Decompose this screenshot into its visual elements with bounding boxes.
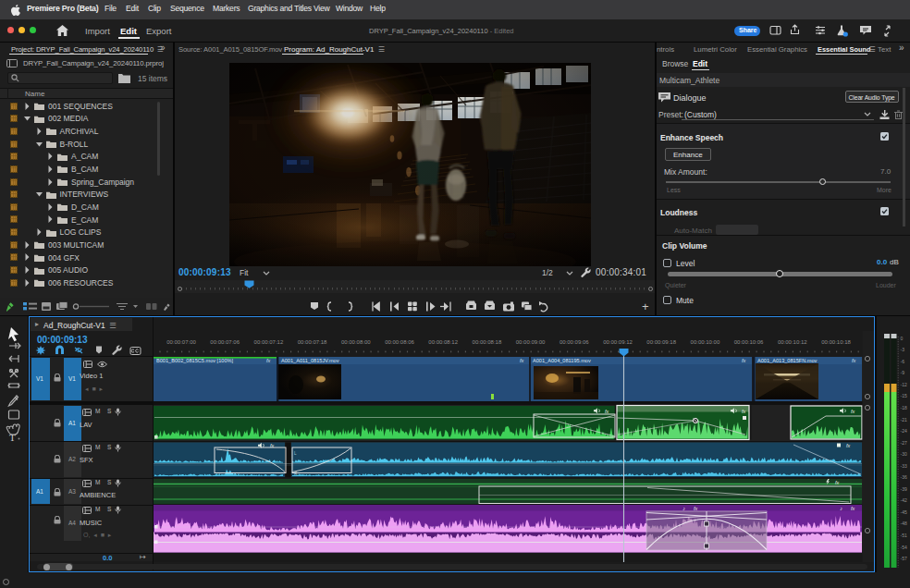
svg-text:00:00:10:12: 00:00:10:12 bbox=[778, 339, 807, 345]
svg-text:fx: fx bbox=[852, 358, 856, 363]
svg-text:fx: fx bbox=[851, 506, 855, 511]
svg-text:00:00:08:06: 00:00:08:06 bbox=[385, 339, 414, 345]
svg-text:-51: -51 bbox=[901, 533, 907, 538]
svg-text:A001_A004_081195.mov: A001_A004_081195.mov bbox=[533, 358, 591, 363]
svg-text:00:00:10:18: 00:00:10:18 bbox=[821, 339, 851, 345]
svg-text:fx: fx bbox=[846, 443, 850, 448]
svg-text:-24: -24 bbox=[901, 428, 907, 434]
svg-text:-36: -36 bbox=[901, 474, 907, 480]
svg-text:00:00:10:00: 00:00:10:00 bbox=[691, 339, 720, 345]
svg-text:-27: -27 bbox=[901, 440, 907, 446]
svg-text:-48: -48 bbox=[901, 521, 907, 526]
svg-text:-18: -18 bbox=[901, 405, 907, 410]
svg-text:-3: -3 bbox=[901, 347, 905, 352]
svg-text:-15: -15 bbox=[901, 393, 907, 398]
svg-text:-54: -54 bbox=[901, 545, 907, 550]
svg-text:A001_A013_0815FN.mov: A001_A013_0815FN.mov bbox=[757, 358, 818, 363]
svg-text:00:00:07:18: 00:00:07:18 bbox=[298, 339, 327, 345]
svg-text:00:00:07:12: 00:00:07:12 bbox=[254, 339, 284, 345]
svg-text:A001_A011_0815JV.mov: A001_A011_0815JV.mov bbox=[281, 358, 339, 363]
svg-text:-45: -45 bbox=[901, 509, 907, 515]
svg-text:0: 0 bbox=[901, 336, 904, 341]
svg-text:T: T bbox=[9, 432, 16, 442]
svg-text:fx: fx bbox=[851, 409, 855, 414]
svg-text:fx: fx bbox=[742, 358, 746, 363]
svg-text:00:00:09:12: 00:00:09:12 bbox=[603, 339, 633, 345]
svg-text:♪: ♪ bbox=[840, 506, 842, 511]
svg-text:fx: fx bbox=[266, 358, 271, 363]
svg-text:-57: -57 bbox=[901, 556, 907, 561]
svg-text:00:00:08:18: 00:00:08:18 bbox=[473, 339, 502, 345]
svg-text:-33: -33 bbox=[901, 463, 907, 469]
svg-text:-21: -21 bbox=[901, 417, 907, 423]
svg-text:00:00:07:00: 00:00:07:00 bbox=[166, 339, 196, 345]
svg-text:-9: -9 bbox=[901, 370, 905, 375]
svg-text:♪: ♪ bbox=[682, 506, 685, 511]
svg-text:fx: fx bbox=[694, 506, 697, 511]
svg-text:00:00:09:00: 00:00:09:00 bbox=[516, 339, 546, 345]
svg-text:-12: -12 bbox=[901, 382, 907, 387]
svg-text:00:00:08:12: 00:00:08:12 bbox=[428, 339, 458, 345]
svg-text:fx: fx bbox=[835, 480, 839, 485]
svg-text:00:00:07:06: 00:00:07:06 bbox=[210, 339, 240, 345]
svg-text:-42: -42 bbox=[901, 497, 907, 503]
svg-text:-39: -39 bbox=[901, 486, 907, 492]
svg-text:00:00:10:06: 00:00:10:06 bbox=[734, 339, 764, 345]
svg-text:fx: fx bbox=[742, 409, 745, 414]
svg-text:-30: -30 bbox=[901, 451, 907, 457]
svg-text:-6: -6 bbox=[901, 359, 905, 364]
svg-text:00:00:09:18: 00:00:09:18 bbox=[646, 339, 676, 345]
svg-text:fx: fx bbox=[520, 358, 524, 363]
svg-text:fx: fx bbox=[605, 409, 609, 414]
svg-text:B001_B002_0815C5.mov [100%]: B001_B002_0815C5.mov [100%] bbox=[156, 358, 233, 363]
svg-text:00:00:08:00: 00:00:08:00 bbox=[341, 339, 371, 345]
svg-text:00:00:09:06: 00:00:09:06 bbox=[560, 339, 589, 345]
